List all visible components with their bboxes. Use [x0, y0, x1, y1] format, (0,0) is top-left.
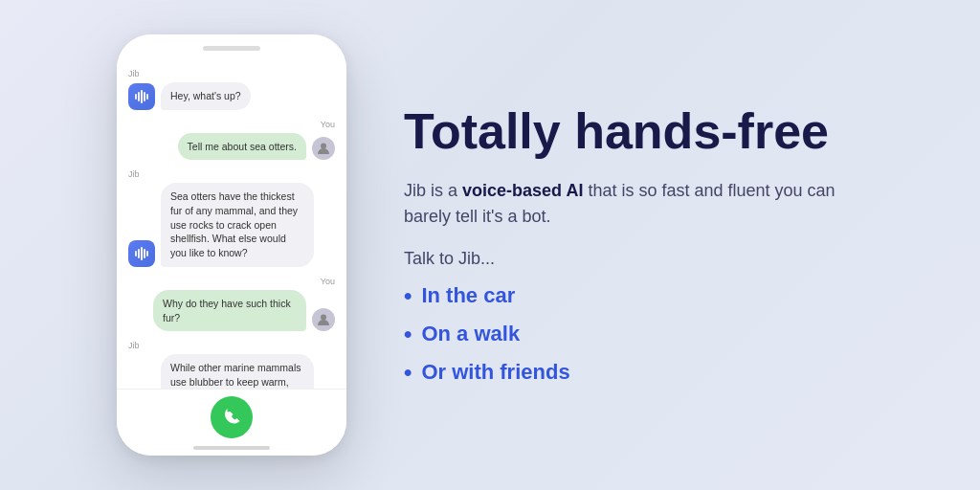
- list-item-3-text: Or with friends: [421, 360, 569, 385]
- sender-label-jib-3: Jib: [128, 341, 140, 350]
- jib-avatar-1: [128, 83, 155, 110]
- phone-mockup: Jib Hey, what's up?: [117, 34, 346, 456]
- right-content: Totally hands-free Jib is a voice-based …: [404, 104, 863, 386]
- chat-message-jib-1: Jib Hey, what's up?: [128, 69, 335, 110]
- list-item-3: Or with friends: [404, 359, 863, 386]
- bubble-jib-1: Hey, what's up?: [161, 82, 251, 110]
- chat-message-user-1: You Tell me about sea otters.: [128, 120, 335, 161]
- bubble-jib-2: Sea otters have the thickest fur of any …: [161, 183, 314, 266]
- bubble-jib-3: While other marine mammals use blubber t…: [161, 354, 314, 389]
- bubble-user-1: Tell me about sea otters.: [178, 133, 306, 161]
- sender-label-user-1: You: [321, 120, 335, 129]
- svg-rect-2: [141, 90, 143, 103]
- message-row-user-2: Why do they have such thick fur?: [153, 290, 335, 331]
- svg-rect-10: [146, 251, 148, 256]
- svg-rect-0: [135, 94, 137, 100]
- phone-bottom: [117, 389, 346, 456]
- chat-area: Jib Hey, what's up?: [117, 61, 346, 389]
- bubble-user-2: Why do they have such thick fur?: [153, 290, 306, 331]
- svg-rect-3: [144, 92, 145, 101]
- svg-rect-9: [144, 249, 145, 258]
- svg-rect-4: [146, 94, 148, 100]
- svg-point-11: [321, 315, 326, 321]
- home-bar: [193, 446, 270, 450]
- description-bold: voice-based AI: [462, 181, 583, 200]
- talk-label: Talk to Jib...: [404, 249, 863, 269]
- message-row-jib-3: While other marine mammals use blubber t…: [128, 354, 314, 389]
- list-item-2: On a walk: [404, 321, 863, 347]
- svg-rect-6: [135, 251, 137, 256]
- description: Jib is a voice-based AI that is so fast …: [404, 178, 863, 230]
- sender-label-jib-2: Jib: [128, 169, 140, 179]
- user-avatar-2: [312, 308, 335, 331]
- sender-label-jib-1: Jib: [128, 69, 140, 78]
- sender-label-user-2: You: [321, 277, 335, 286]
- svg-rect-1: [138, 92, 140, 101]
- chat-message-user-2: You Why do they have such thick fur?: [128, 277, 335, 331]
- svg-rect-8: [141, 247, 143, 260]
- list-item-1: In the car: [404, 282, 863, 309]
- notch-bar: [203, 46, 260, 51]
- chat-message-jib-2: Jib Sea otters have the thickest fur of …: [128, 169, 335, 266]
- call-button[interactable]: [211, 396, 253, 438]
- description-pre: Jib is a: [404, 181, 462, 200]
- list-item-1-text: In the car: [421, 283, 515, 308]
- list-item-2-text: On a walk: [421, 322, 520, 346]
- message-row-jib-1: Hey, what's up?: [128, 82, 251, 110]
- user-avatar-1: [312, 137, 335, 160]
- phone-notch: [117, 34, 346, 61]
- main-container: Jib Hey, what's up?: [0, 6, 980, 484]
- feature-list: In the car On a walk Or with friends: [404, 282, 863, 386]
- message-row-user-1: Tell me about sea otters.: [178, 133, 335, 161]
- jib-avatar-2: [128, 240, 155, 267]
- svg-rect-7: [138, 249, 140, 258]
- chat-message-jib-3: Jib While other marine mammals use blubb…: [128, 341, 335, 389]
- headline: Totally hands-free: [404, 104, 863, 159]
- message-row-jib-2: Sea otters have the thickest fur of any …: [128, 183, 314, 266]
- svg-point-5: [321, 144, 326, 149]
